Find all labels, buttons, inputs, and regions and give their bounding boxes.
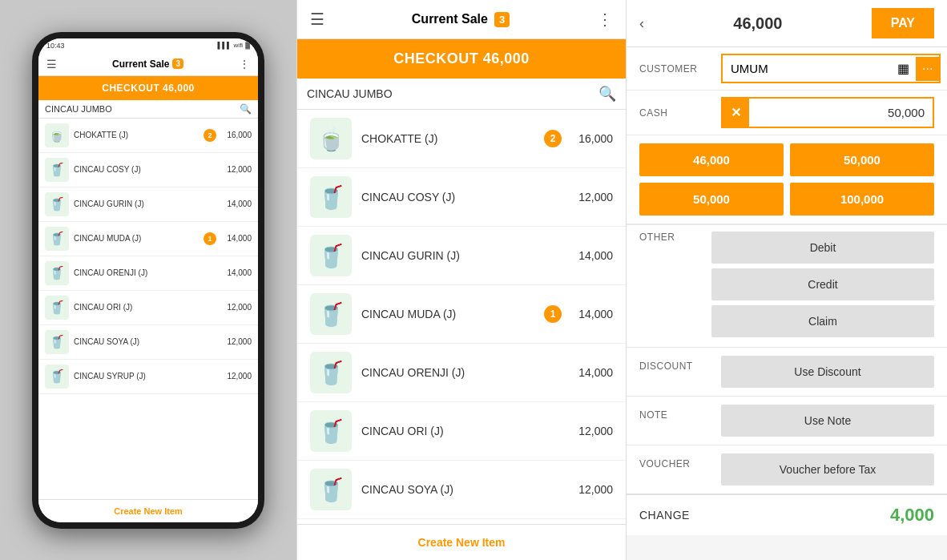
item-price: 12,000	[571, 425, 613, 437]
voucher-label: VOUCHER	[639, 450, 711, 469]
battery-icon: ▓	[245, 42, 250, 49]
list-item[interactable]: 🥤 CINCAU ORENJI (J) 14,000	[297, 344, 626, 402]
item-thumbnail: 🥤	[45, 192, 69, 216]
claim-button[interactable]: Claim	[711, 305, 934, 337]
list-item[interactable]: 🥤 CINCAU ORI (J) 12,000	[38, 291, 258, 325]
search-icon[interactable]: 🔍	[240, 103, 252, 115]
discount-row: DISCOUNT Use Discount	[627, 347, 947, 396]
item-thumbnail: 🥤	[310, 176, 352, 218]
list-item[interactable]: 🥤 CINCAU SOYA (J) 12,000	[297, 461, 626, 519]
phone-search-text: CINCAU JUMBO	[45, 104, 112, 114]
list-item[interactable]: 🍵 CHOKATTE (J) 2 16,000	[38, 119, 258, 153]
list-item[interactable]: 🥤 CINCAU MUDA (J) 1 14,000	[297, 285, 626, 344]
quick-amount-btn-2[interactable]: 50,000	[790, 143, 934, 176]
mid-title-badge: 3	[494, 12, 510, 27]
list-item[interactable]: 🍵 CHOKATTE (J) 2 16,000	[297, 110, 626, 168]
item-thumbnail: 🥤	[45, 261, 69, 285]
back-arrow-icon[interactable]: ‹	[639, 15, 644, 32]
right-content: CUSTOMER ▦ ··· CASH ✕ 50,000 46,000	[627, 47, 947, 560]
other-label: OTHER	[639, 232, 711, 243]
item-qty-badge: 2	[204, 129, 216, 142]
mid-hamburger-icon[interactable]: ☰	[310, 10, 324, 29]
customer-label: CUSTOMER	[639, 63, 711, 75]
status-icons: ▌▌▌ wifi ▓	[218, 42, 250, 49]
item-thumbnail: 🥤	[45, 158, 69, 182]
item-thumbnail: 🍵	[45, 123, 69, 147]
menu-dots-icon[interactable]: ⋮	[239, 58, 250, 71]
phone-checkout-label: CHECKOUT	[102, 83, 159, 94]
quick-amount-btn-3[interactable]: 50,000	[639, 183, 784, 216]
list-item[interactable]: 🥤 CINCAU COSY (J) 12,000	[38, 153, 258, 187]
phone-title-area: Current Sale 3	[112, 58, 183, 70]
mid-search-text: CINCAU JUMBO	[307, 87, 393, 100]
item-name: CINCAU GURIN (J)	[361, 249, 562, 262]
list-item[interactable]: 🥤 CINCAU MUDA (J) 1 14,000	[38, 222, 258, 256]
item-thumbnail: 🥤	[45, 227, 69, 251]
credit-button[interactable]: Credit	[711, 268, 934, 300]
change-label: CHANGE	[639, 509, 890, 522]
other-section: OTHER Debit Credit Claim	[627, 224, 947, 347]
item-thumbnail: 🥤	[45, 365, 69, 389]
phone-items-list: 🍵 CHOKATTE (J) 2 16,000 🥤 CINCAU COSY (J…	[38, 119, 258, 499]
customer-more-button[interactable]: ···	[916, 57, 939, 81]
item-name: CINCAU MUDA (J)	[361, 308, 534, 320]
item-price: 12,000	[571, 191, 613, 203]
list-item[interactable]: 🥤 CINCAU GURIN (J) 14,000	[297, 227, 626, 285]
qr-icon-button[interactable]: ▦	[891, 56, 916, 81]
mid-menu-dots-icon[interactable]: ⋮	[597, 10, 613, 29]
item-price: 14,000	[221, 268, 252, 277]
hamburger-icon[interactable]: ☰	[46, 58, 57, 71]
debit-button[interactable]: Debit	[711, 232, 934, 264]
list-item[interactable]: 🥤 CINCAU GURIN (J) 14,000	[38, 187, 258, 222]
mid-title: Current Sale	[412, 12, 488, 26]
list-item[interactable]: 🥤 CINCAU ORI (J) 12,000	[297, 402, 626, 461]
item-price: 12,000	[221, 303, 252, 312]
item-name: CINCAU SOYA (J)	[361, 483, 562, 496]
voucher-before-tax-button[interactable]: Voucher before Tax	[721, 453, 934, 485]
quick-amounts-grid: 46,000 50,000 50,000 100,000	[627, 135, 947, 224]
mid-search-icon[interactable]: 🔍	[598, 85, 616, 103]
item-price: 12,000	[221, 372, 252, 381]
item-thumbnail: 🥤	[45, 330, 69, 354]
item-name: CINCAU COSY (J)	[74, 165, 216, 174]
item-thumbnail: 🥤	[310, 352, 352, 393]
note-btn-area: Use Note	[721, 401, 934, 440]
item-name: CINCAU SOYA (J)	[74, 337, 216, 346]
mid-checkout-btn[interactable]: CHECKOUT 46,000	[297, 39, 626, 79]
phone-mockup-panel: 10:43 ▌▌▌ wifi ▓ ☰ Current Sale 3 ⋮ CHEC…	[0, 0, 296, 560]
mid-checkout-amount: 46,000	[483, 50, 530, 66]
item-name: CHOKATTE (J)	[361, 132, 534, 145]
phone-title-badge: 3	[172, 58, 183, 69]
customer-field: ▦ ···	[721, 54, 941, 83]
cash-clear-button[interactable]: ✕	[723, 99, 749, 127]
list-item[interactable]: 🥤 CINCAU SYRUP (J) 12,000	[38, 360, 258, 394]
note-label: NOTE	[639, 401, 711, 421]
list-item[interactable]: 🥤 CINCAU SOYA (J) 12,000	[38, 325, 258, 360]
item-name: CINCAU COSY (J)	[361, 191, 562, 203]
item-thumbnail: 🥤	[45, 296, 69, 320]
phone-status-bar: 10:43 ▌▌▌ wifi ▓	[38, 38, 258, 53]
quick-amount-btn-4[interactable]: 100,000	[790, 183, 934, 216]
item-price: 14,000	[571, 249, 613, 262]
phone-checkout-btn[interactable]: CHECKOUT 46,000	[38, 76, 258, 100]
item-price: 14,000	[221, 199, 252, 208]
mid-topbar: ☰ Current Sale 3 ⋮	[297, 0, 626, 39]
mid-create-new-btn[interactable]: Create New Item	[297, 524, 626, 560]
item-qty-badge: 1	[544, 305, 562, 323]
list-item[interactable]: 🥤 CINCAU ORENJI (J) 14,000	[38, 256, 258, 291]
item-price: 14,000	[571, 308, 613, 320]
item-price: 12,000	[571, 483, 613, 496]
use-discount-button[interactable]: Use Discount	[721, 356, 934, 388]
cash-amount: 50,000	[749, 99, 933, 126]
use-note-button[interactable]: Use Note	[721, 405, 934, 437]
quick-amount-btn-1[interactable]: 46,000	[639, 143, 784, 176]
customer-row: CUSTOMER ▦ ···	[627, 47, 947, 91]
phone-create-new-btn[interactable]: Create New Item	[38, 499, 258, 522]
item-price: 16,000	[221, 131, 252, 139]
discount-label: DISCOUNT	[639, 353, 711, 372]
item-name: CINCAU SYRUP (J)	[74, 372, 216, 381]
customer-input[interactable]	[723, 55, 891, 82]
mid-items-list: 🍵 CHOKATTE (J) 2 16,000 🥤 CINCAU COSY (J…	[297, 110, 626, 524]
list-item[interactable]: 🥤 CINCAU COSY (J) 12,000	[297, 168, 626, 227]
pay-button[interactable]: PAY	[872, 8, 934, 38]
